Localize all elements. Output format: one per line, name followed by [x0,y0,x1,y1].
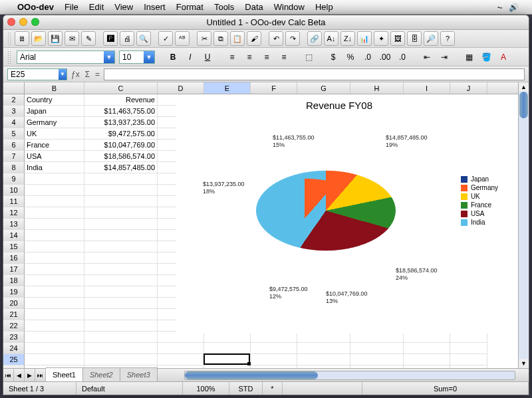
hyperlink-button[interactable]: 🔗 [307,31,322,46]
fontcolor-button[interactable]: A [497,50,510,64]
cell[interactable] [404,343,450,354]
cell[interactable] [25,185,84,196]
cut-button[interactable]: ✂ [197,31,211,46]
row-header[interactable]: 19 [3,286,25,298]
row-header[interactable]: 23 [3,332,25,343]
column-header[interactable]: D [158,82,204,94]
cell[interactable] [25,354,84,365]
cell[interactable]: Country [25,94,84,106]
column-header[interactable]: C [84,82,158,94]
cell[interactable]: $11,463,755.00 [84,106,158,117]
export-pdf-button[interactable]: 🅿 [103,31,118,46]
sort-desc-button[interactable]: Z↓ [340,31,355,46]
preview-button[interactable]: 🔍 [136,31,151,46]
cell[interactable] [204,343,251,354]
cell[interactable] [25,196,84,207]
cell[interactable] [84,230,158,241]
cell[interactable] [25,286,84,298]
cell[interactable] [450,343,487,354]
equals-icon[interactable]: = [95,70,100,79]
name-box[interactable]: ▼ [7,68,67,80]
font-name-input[interactable] [17,51,104,63]
cell[interactable] [25,298,84,309]
menu-file[interactable]: File [65,2,78,12]
function-wizard-icon[interactable]: ƒx [71,70,80,79]
cell-reference-input[interactable] [8,70,59,79]
next-tab-icon[interactable]: ▶ [25,369,35,382]
menu-edit[interactable]: Edit [89,2,104,12]
row-header[interactable]: 10 [3,185,25,196]
row-header[interactable]: 7 [3,151,25,162]
zoom-button[interactable]: 🔎 [424,31,438,46]
cell[interactable] [251,354,297,365]
font-size-input[interactable] [120,51,144,63]
chevron-down-icon[interactable]: ▼ [104,51,114,63]
column-header[interactable]: E [204,82,251,94]
align-center-button[interactable]: ≡ [243,50,256,64]
cell[interactable] [25,332,84,343]
cell[interactable] [204,365,251,368]
cell[interactable] [84,252,158,264]
cell[interactable] [25,219,84,230]
cell[interactable] [84,298,158,309]
spellcheck-button[interactable]: ✓ [158,31,173,46]
row-header[interactable]: 12 [3,207,25,219]
merge-cells-button[interactable]: ⬚ [302,50,315,64]
wifi-icon[interactable]: ⏦ [497,3,502,12]
volume-icon[interactable]: 🔊 [509,3,519,12]
cell[interactable] [450,354,487,365]
underline-button[interactable]: U [201,50,214,64]
last-tab-icon[interactable]: ⏭ [35,369,46,382]
edit-doc-button[interactable]: ✎ [81,31,96,46]
chart-object[interactable]: Revenue FY08 JapanGermanyUKFranceUSAIndi… [176,94,502,334]
add-decimal-button[interactable]: .00 [378,50,392,64]
cell[interactable] [25,230,84,241]
cell[interactable]: $18,586,574.00 [84,151,158,162]
cell[interactable] [84,275,158,286]
cell[interactable]: UK [25,128,84,140]
scroll-thumb[interactable] [185,371,318,379]
row-header[interactable]: 14 [3,230,25,241]
percent-button[interactable]: % [344,50,357,64]
menu-format[interactable]: Format [176,2,203,12]
align-justify-button[interactable]: ≡ [277,50,291,64]
row-header[interactable]: 11 [3,196,25,207]
currency-button[interactable]: $ [327,50,340,64]
scroll-thumb[interactable] [519,92,528,118]
navigator-button[interactable]: ✦ [374,31,388,46]
cell[interactable] [25,309,84,320]
cell[interactable] [297,354,350,365]
row-header[interactable]: 17 [3,264,25,275]
cell[interactable] [84,241,158,252]
cell[interactable]: $10,047,769.00 [84,140,158,151]
cell[interactable] [158,343,204,354]
sheet-tab[interactable]: Sheet2 [83,367,120,381]
font-size-combo[interactable]: ▼ [119,50,155,64]
formula-input[interactable] [104,68,525,80]
status-sum[interactable]: Sum=0 [362,382,529,395]
cell[interactable] [25,320,84,332]
auto-spell-button[interactable]: ᴬᴮ [175,31,190,46]
bgcolor-button[interactable]: 🪣 [479,50,493,64]
row-header[interactable]: 22 [3,320,25,332]
row-header[interactable]: 9 [3,173,25,185]
row-header[interactable]: 25 [3,354,25,365]
align-left-button[interactable]: ≡ [225,50,239,64]
status-sel[interactable]: * [263,382,283,395]
cell[interactable] [84,219,158,230]
row-header[interactable]: 15 [3,241,25,252]
titlebar[interactable]: Untitled 1 - OOo-dev Calc Beta [3,15,529,30]
row-header[interactable]: 18 [3,275,25,286]
column-header[interactable]: F [251,82,297,94]
tab-nav[interactable]: ⏮ ◀ ▶ ⏭ [3,369,46,382]
cell[interactable] [84,185,158,196]
cell[interactable] [84,354,158,365]
toolbar-handle[interactable] [7,32,11,45]
zoom-icon[interactable] [31,18,39,26]
format-paint-button[interactable]: 🖌 [247,31,261,46]
cell[interactable] [158,365,204,368]
cell[interactable] [25,343,84,354]
copy-button[interactable]: ⧉ [213,31,228,46]
row-header[interactable]: 21 [3,309,25,320]
column-header[interactable]: J [450,82,487,94]
